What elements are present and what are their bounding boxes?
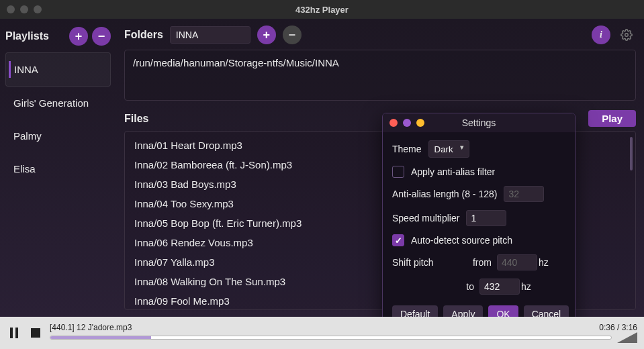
settings-titlebar: Settings — [383, 113, 575, 132]
window-maximize-dot[interactable] — [34, 5, 42, 13]
shift-to-input[interactable] — [479, 279, 520, 295]
settings-button[interactable] — [617, 26, 636, 44]
theme-select[interactable]: Dark — [428, 140, 469, 158]
window-controls — [7, 5, 42, 13]
window-titlebar: 432hz Player — [0, 0, 644, 19]
shift-from-row: Shift pitch from hz — [392, 254, 565, 270]
playlist-item[interactable]: INNA — [5, 52, 111, 87]
add-playlist-button[interactable]: + — [69, 27, 88, 46]
folder-path-display[interactable]: /run/media/hanuman/Storage-ntfs/Music/IN… — [124, 50, 636, 101]
seek-fill — [50, 336, 151, 339]
pause-icon — [9, 328, 19, 338]
shift-to-row: to hz — [392, 279, 565, 295]
svg-rect-2 — [15, 328, 18, 338]
folders-header: Folders + − — [124, 26, 636, 44]
antialias-length-row: Anti-alias length (8 - 128) — [392, 186, 565, 202]
settings-title: Settings — [462, 117, 496, 128]
svg-rect-3 — [31, 328, 40, 338]
playlist-item[interactable]: Palmy — [5, 119, 111, 152]
player-info: [440.1] 12 J'adore.mp3 0:36 / 3:16 — [50, 323, 637, 343]
settings-window-controls — [389, 119, 424, 127]
playlist-item-label: Elisa — [13, 163, 36, 174]
playlists-header: Playlists + − — [5, 27, 111, 46]
playlist-item-label: Girls' Generation — [13, 97, 89, 109]
playlist-item-label: INNA — [14, 64, 38, 75]
folders-label: Folders — [124, 29, 163, 41]
settings-dialog: Settings Theme Dark Apply anti-alias fil… — [382, 113, 576, 333]
speed-label: Speed multiplier — [392, 213, 459, 223]
autodetect-label: Auto-detect source pitch — [411, 235, 512, 246]
speed-row: Speed multiplier — [392, 210, 565, 226]
content-pane: i Folders + − /run/media/hanuman/Storage… — [116, 19, 644, 317]
player-bar: [440.1] 12 J'adore.mp3 0:36 / 3:16 — [0, 317, 644, 349]
svg-point-0 — [625, 34, 629, 37]
hz-unit: hz — [521, 281, 565, 292]
play-button[interactable]: Play — [588, 110, 636, 127]
files-label: Files — [124, 113, 148, 125]
svg-rect-1 — [10, 328, 13, 338]
antialias-length-label: Anti-alias length (8 - 128) — [392, 189, 497, 199]
stop-icon — [31, 328, 40, 338]
player-time-text: 0:36 / 3:16 — [599, 323, 637, 332]
antialias-checkbox[interactable] — [392, 166, 404, 178]
seek-slider[interactable] — [50, 336, 612, 340]
folder-name-input[interactable] — [170, 26, 250, 44]
shift-pitch-label: Shift pitch — [392, 257, 451, 268]
top-right-controls: i — [592, 26, 636, 44]
settings-body: Theme Dark Apply anti-alias filter Anti-… — [383, 132, 575, 332]
gear-icon — [620, 29, 633, 41]
settings-close-dot[interactable] — [389, 119, 398, 127]
remove-folder-button[interactable]: − — [283, 26, 302, 44]
now-playing-text: [440.1] 12 J'adore.mp3 — [50, 323, 132, 332]
shift-from-word: from — [456, 257, 492, 268]
info-button[interactable]: i — [592, 26, 610, 44]
theme-row: Theme Dark — [392, 140, 565, 158]
playlist-item-label: Palmy — [13, 130, 42, 142]
antialias-row: Apply anti-alias filter — [392, 166, 565, 178]
app-main: Playlists + − INNA Girls' Generation Pal… — [0, 19, 644, 317]
window-close-dot[interactable] — [7, 5, 15, 13]
playlists-label: Playlists — [5, 30, 65, 42]
volume-control[interactable] — [617, 332, 637, 343]
stop-button[interactable] — [28, 326, 43, 340]
window-title: 432hz Player — [295, 5, 349, 15]
shift-from-input — [497, 254, 537, 270]
autodetect-checkbox[interactable] — [392, 234, 404, 246]
files-scrollbar[interactable] — [630, 137, 633, 170]
shift-to-word: to — [432, 281, 474, 292]
player-top-row: [440.1] 12 J'adore.mp3 0:36 / 3:16 — [50, 323, 637, 332]
player-bottom-row — [50, 332, 637, 343]
antialias-length-input — [504, 186, 544, 202]
remove-playlist-button[interactable]: − — [92, 27, 111, 46]
playlists-sidebar: Playlists + − INNA Girls' Generation Pal… — [0, 19, 116, 317]
theme-label: Theme — [392, 144, 422, 154]
playlist-item[interactable]: Girls' Generation — [5, 87, 111, 119]
add-folder-button[interactable]: + — [257, 26, 276, 44]
settings-minimize-dot[interactable] — [403, 119, 411, 127]
hz-unit: hz — [539, 257, 565, 268]
playlist-item[interactable]: Elisa — [5, 152, 111, 185]
speed-input[interactable] — [466, 210, 506, 226]
window-minimize-dot[interactable] — [20, 5, 28, 13]
antialias-label: Apply anti-alias filter — [411, 166, 495, 177]
autodetect-row: Auto-detect source pitch — [392, 234, 565, 246]
settings-maximize-dot[interactable] — [416, 119, 424, 127]
pause-button[interactable] — [7, 326, 21, 340]
folder-path-text: /run/media/hanuman/Storage-ntfs/Music/IN… — [133, 57, 339, 68]
